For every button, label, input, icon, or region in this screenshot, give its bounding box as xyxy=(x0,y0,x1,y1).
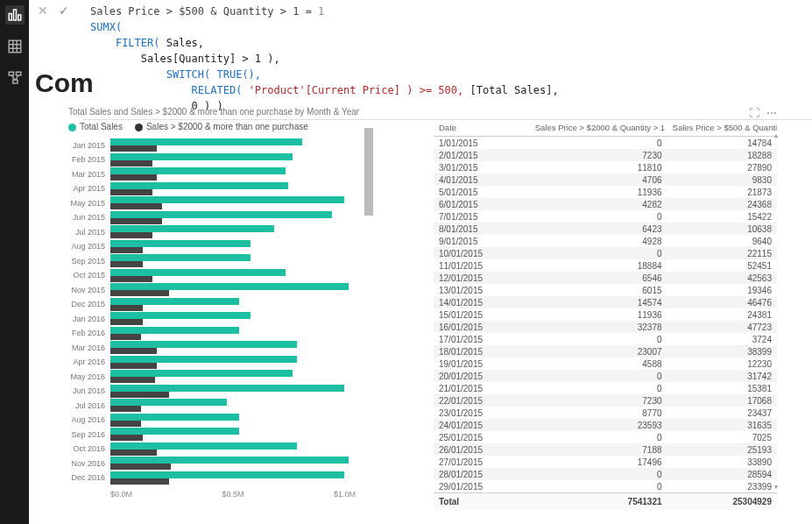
bar-total-sales xyxy=(110,138,302,145)
cell-v2: 38399 xyxy=(667,345,777,358)
bar-total-sales xyxy=(110,327,239,334)
table-row[interactable]: 22/01/2015723017068 xyxy=(434,394,777,407)
table-row[interactable]: 14/01/20151457446476 xyxy=(434,296,777,308)
cell-v2: 24381 xyxy=(667,308,777,321)
table-row[interactable]: 9/01/201549289640 xyxy=(434,235,777,247)
table-row[interactable]: 21/01/2015015381 xyxy=(434,382,777,394)
table-row[interactable]: 1/01/2015014784 xyxy=(434,137,777,150)
table-row[interactable]: 11/01/20151888452451 xyxy=(434,259,777,272)
bar-chart-visual[interactable]: Total Sales and Sales > $2000 & more tha… xyxy=(68,107,419,510)
table-row[interactable]: 6/01/2015428224368 xyxy=(434,198,777,210)
cell-v2: 23437 xyxy=(667,407,777,419)
more-options-icon[interactable]: ⋯ xyxy=(766,107,777,119)
table-row[interactable]: 10/01/2015022115 xyxy=(434,247,777,259)
table-row[interactable]: 4/01/201547069830 xyxy=(434,173,777,186)
table-row[interactable]: 7/01/2015015422 xyxy=(434,210,777,223)
table-row[interactable]: 2/01/2015723018288 xyxy=(434,149,777,161)
legend-label-2: Sales > $2000 & more than one purchase xyxy=(146,122,308,131)
cell-date: 16/01/2015 xyxy=(434,321,530,333)
cell-date: 21/01/2015 xyxy=(434,382,530,394)
cell-date: 29/01/2015 xyxy=(434,480,530,493)
cell-v2: 52451 xyxy=(667,259,777,272)
bar-sales-2000 xyxy=(110,478,169,485)
bar-label: May 2016 xyxy=(68,372,110,381)
table-row[interactable]: 18/01/20152300738399 xyxy=(434,345,777,358)
bar-row: Oct 2015 xyxy=(68,269,419,283)
table-row[interactable]: 28/01/2015028594 xyxy=(434,468,777,480)
bar-sales-2000 xyxy=(110,174,157,181)
cell-v2: 18288 xyxy=(667,149,777,161)
table-row[interactable]: 15/01/20151193624381 xyxy=(434,308,777,321)
cell-v2: 12230 xyxy=(667,358,777,370)
chart-scrollbar[interactable] xyxy=(364,128,373,216)
report-view-icon[interactable] xyxy=(5,5,25,25)
legend-swatch-teal xyxy=(68,124,76,131)
cell-v2: 9640 xyxy=(667,235,777,247)
col-header-date[interactable]: Date xyxy=(434,119,530,137)
data-view-icon[interactable] xyxy=(5,37,25,56)
cell-v1: 0 xyxy=(530,333,667,345)
table-row[interactable]: 23/01/2015877023437 xyxy=(434,407,777,419)
table-row[interactable]: 20/01/2015031742 xyxy=(434,370,777,382)
table-row[interactable]: 8/01/2015642310638 xyxy=(434,223,777,235)
bar-total-sales xyxy=(110,356,297,363)
bar-total-sales xyxy=(110,225,274,232)
bar-label: Dec 2016 xyxy=(68,473,110,482)
bar-sales-2000 xyxy=(110,232,152,238)
table-row[interactable]: 24/01/20152359331635 xyxy=(434,419,777,431)
formula-bar[interactable]: Sales Price > $500 & Quantity > 1 = 1 SU… xyxy=(83,0,812,120)
bar-total-sales xyxy=(110,283,349,290)
cell-v2: 10638 xyxy=(667,223,777,235)
footer-v2: 25304929 xyxy=(667,493,777,511)
table-scrollbar[interactable]: ▴ ▾ xyxy=(773,131,779,491)
bar-row: Jun 2016 xyxy=(68,385,419,399)
cell-v1: 0 xyxy=(530,370,667,382)
bar-sales-2000 xyxy=(110,160,152,166)
table-row[interactable]: 27/01/20151749633890 xyxy=(434,456,777,468)
table-row[interactable]: 13/01/2015601519346 xyxy=(434,284,777,296)
cell-date: 10/01/2015 xyxy=(434,247,530,259)
focus-mode-icon[interactable]: ⛶ xyxy=(749,107,759,119)
table-row[interactable]: 17/01/201503724 xyxy=(434,333,777,345)
table-row[interactable]: 29/01/2015023399 xyxy=(434,480,777,493)
cell-date: 13/01/2015 xyxy=(434,284,530,296)
bar-row: Sep 2016 xyxy=(68,428,419,442)
bar-sales-2000 xyxy=(110,276,152,282)
scroll-down-icon[interactable]: ▾ xyxy=(774,483,778,491)
table-row[interactable]: 19/01/2015458812230 xyxy=(434,358,777,370)
bar-label: Sep 2016 xyxy=(68,430,110,439)
bar-label: Jan 2016 xyxy=(68,315,110,323)
cell-date: 11/01/2015 xyxy=(434,259,530,272)
table-row[interactable]: 16/01/20153237847723 xyxy=(434,321,777,333)
bar-label: Oct 2015 xyxy=(68,271,110,280)
cell-date: 25/01/2015 xyxy=(434,431,530,443)
table-row[interactable]: 3/01/20151181027890 xyxy=(434,161,777,173)
col-header-v1[interactable]: Sales Price > $2000 & Quantity > 1 xyxy=(530,119,667,137)
table-visual[interactable]: ⛶ ⋯ Date Sales Price > $2000 & Quantity … xyxy=(434,107,777,508)
bar-total-sales xyxy=(110,399,227,406)
model-view-icon[interactable] xyxy=(5,68,25,88)
svg-rect-0 xyxy=(9,14,11,21)
footer-v1: 7541321 xyxy=(530,493,667,511)
bar-row: May 2016 xyxy=(68,370,419,384)
bar-label: May 2015 xyxy=(68,199,110,208)
cell-v2: 7025 xyxy=(667,431,777,443)
table-row[interactable]: 12/01/2015654642563 xyxy=(434,272,777,284)
table-row[interactable]: 5/01/20151193621873 xyxy=(434,186,777,198)
cell-date: 18/01/2015 xyxy=(434,345,530,358)
bar-sales-2000 xyxy=(110,377,155,383)
measure-name: Sales Price > $500 & Quantity > 1 = xyxy=(90,5,312,18)
svg-line-12 xyxy=(15,75,18,80)
table-row[interactable]: 25/01/201507025 xyxy=(434,431,777,443)
col-header-v2[interactable]: Sales Price > $500 & Quantity > 1 xyxy=(667,119,777,137)
cancel-icon[interactable]: ✕ xyxy=(38,4,48,18)
commit-icon[interactable]: ✓ xyxy=(59,4,69,18)
svg-rect-2 xyxy=(18,15,20,20)
bar-sales-2000 xyxy=(110,464,171,470)
bar-label: Aug 2015 xyxy=(68,242,110,251)
bar-label: Apr 2016 xyxy=(68,358,110,366)
bar-row: Nov 2016 xyxy=(68,457,419,471)
bar-row: Jul 2016 xyxy=(68,399,419,413)
table-row[interactable]: 26/01/2015718825193 xyxy=(434,443,777,456)
scroll-up-icon[interactable]: ▴ xyxy=(774,131,778,139)
